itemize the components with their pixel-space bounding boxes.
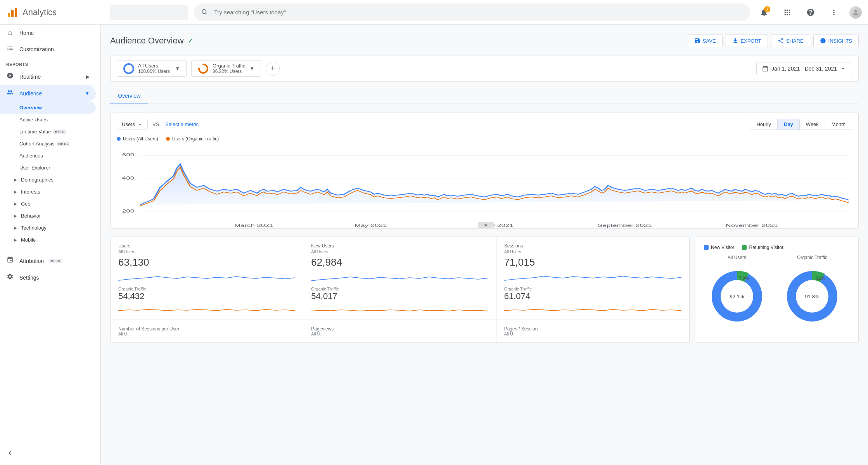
sidebar-sub-overview[interactable]: Overview <box>0 102 96 114</box>
search-icon <box>201 8 208 16</box>
sidebar-technology-label: Technology <box>21 225 47 231</box>
week-button[interactable]: Week <box>800 119 825 130</box>
page-actions: SAVE EXPORT SHARE INSIGHTS <box>688 34 859 47</box>
pie-organic: Organic Traffic 8.2% 91.8% <box>779 255 845 329</box>
all-users-pct: 100.00% Users <box>138 69 170 74</box>
segment-all-users[interactable]: All Users 100.00% Users ▼ <box>117 60 187 77</box>
legend-orange-label: Users (Organic Traffic) <box>172 136 219 142</box>
sidebar-item-attribution[interactable]: Attribution BETA <box>0 252 96 269</box>
month-button[interactable]: Month <box>825 119 852 130</box>
notifications-button[interactable]: 1 <box>756 5 772 20</box>
bottom-metrics-row: Number of Sessions per User All U... Pag… <box>110 320 690 343</box>
x-label-sept: September 2021 <box>598 223 652 228</box>
sidebar-sub-active-users[interactable]: Active Users <box>0 114 96 126</box>
tab-overview[interactable]: Overview <box>110 88 148 104</box>
chart-controls: Users VS. Select a metric Hourly Day Wee… <box>117 119 852 130</box>
metric-dropdown-button[interactable]: Users <box>117 119 148 130</box>
header-actions: 1 <box>756 5 862 20</box>
collapse-button[interactable] <box>6 449 14 459</box>
search-input[interactable] <box>194 3 750 21</box>
legend-blue-item: Users (All Users) <box>117 136 158 142</box>
sidebar-sub-technology[interactable]: Technology <box>0 222 96 234</box>
sidebar-sub-demographics[interactable]: Demographics <box>0 174 96 186</box>
share-label: SHARE <box>786 38 804 44</box>
search-bar[interactable] <box>194 3 750 21</box>
header-logo: Analytics <box>6 6 107 19</box>
property-selector[interactable] <box>110 5 188 20</box>
primary-metrics-row: Users All Users 63,130 Organic Traffic 5… <box>110 237 690 320</box>
sidebar-settings-label: Settings <box>19 275 39 281</box>
sidebar-item-settings[interactable]: Settings <box>0 269 96 286</box>
save-button[interactable]: SAVE <box>688 34 723 47</box>
metric-card-new-users: New Users All Users 62,984 Organic Traff… <box>303 237 496 320</box>
pie-organic-new-pct: 91.8% <box>805 294 820 299</box>
sidebar-sub-cohort-analysis[interactable]: Cohort Analysis BETA <box>0 138 96 150</box>
organic-ring-icon <box>198 63 209 74</box>
audience-icon <box>6 89 14 98</box>
sidebar-lifetime-value-label: Lifetime Value <box>19 129 51 135</box>
chart-expand-arrow: ▼ <box>483 223 489 227</box>
sidebar-sub-interests[interactable]: Interests <box>0 186 96 198</box>
new-users-sublabel: All Users <box>311 249 488 254</box>
date-range-picker[interactable]: Jan 1, 2021 - Dec 31, 2021 <box>756 62 852 75</box>
returning-visitor-label: Returning Visitor <box>749 245 783 250</box>
audience-expand-icon: ▼ <box>85 91 90 96</box>
legend-orange-item: Users (Organic Traffic) <box>166 136 219 142</box>
page-title: Audience Overview <box>110 36 184 46</box>
sidebar-sub-behavior[interactable]: Behavior <box>0 210 96 222</box>
segments-container: All Users 100.00% Users ▼ Organic Traffi… <box>110 55 859 82</box>
sidebar-customization-label: Customization <box>19 46 54 52</box>
avatar[interactable] <box>849 6 862 19</box>
all-users-ring <box>123 63 134 74</box>
sidebar-audience-label: Audience <box>19 90 42 97</box>
export-button[interactable]: EXPORT <box>726 34 768 47</box>
insights-label: INSIGHTS <box>828 38 852 44</box>
segment-organic[interactable]: Organic Traffic 86.22% Users ▼ <box>191 60 261 77</box>
users-organic-sparkline <box>118 303 295 312</box>
new-users-label: New Users <box>311 243 488 249</box>
sidebar-item-customization[interactable]: Customization <box>0 41 96 57</box>
sidebar-behavior-label: Behavior <box>21 213 41 219</box>
share-button[interactable]: SHARE <box>771 34 810 47</box>
customization-icon <box>6 45 14 54</box>
users-sparkline <box>118 271 295 282</box>
save-label: SAVE <box>703 38 716 44</box>
sidebar-sub-mobile[interactable]: Mobile <box>0 234 96 246</box>
lifetime-beta-badge: BETA <box>53 130 66 134</box>
sidebar-cohort-label: Cohort Analysis <box>19 141 54 147</box>
pages-per-session-label: Pages / Session <box>504 326 681 332</box>
sidebar-bottom: Attribution BETA Settings <box>0 249 100 286</box>
hourly-button[interactable]: Hourly <box>750 119 778 130</box>
attribution-icon <box>6 256 14 265</box>
sidebar-sub-geo[interactable]: Geo <box>0 198 96 210</box>
calendar-icon <box>762 66 768 72</box>
help-button[interactable] <box>803 5 818 20</box>
users-value: 63,130 <box>118 256 295 268</box>
sidebar-sub-lifetime-value[interactable]: Lifetime Value BETA <box>0 126 96 138</box>
day-button[interactable]: Day <box>778 119 800 130</box>
more-options-button[interactable] <box>826 5 842 20</box>
insights-button[interactable]: INSIGHTS <box>813 34 859 47</box>
new-users-organic-label: Organic Traffic <box>311 287 488 291</box>
top-header: Analytics 1 <box>0 0 868 25</box>
sidebar-sub-user-explorer[interactable]: User Explorer <box>0 162 96 174</box>
apps-button[interactable] <box>780 5 795 20</box>
legend-blue-dot <box>117 137 121 141</box>
metric-chevron-icon <box>137 122 143 127</box>
sidebar-item-audience[interactable]: Audience ▼ <box>0 85 96 102</box>
sessions-label: Sessions <box>504 243 681 249</box>
new-users-value: 62,984 <box>311 256 488 268</box>
metrics-and-pie-section: Users All Users 63,130 Organic Traffic 5… <box>110 237 859 343</box>
svg-rect-2 <box>15 8 17 17</box>
new-visitor-label: New Visitor <box>711 245 734 250</box>
select-metric-link[interactable]: Select a metric <box>165 121 199 127</box>
realtime-expand-icon: ▶ <box>86 74 90 80</box>
sidebar-sub-audiences[interactable]: Audiences <box>0 150 96 162</box>
y-label-400: 400 <box>122 176 135 180</box>
y-label-600: 600 <box>122 152 135 157</box>
add-segment-button[interactable]: + <box>266 62 280 76</box>
sidebar-item-realtime[interactable]: Realtime ▶ <box>0 68 96 85</box>
sidebar-item-home[interactable]: ⌂ Home <box>0 25 96 41</box>
bottom-metric-pageviews: Pageviews All U... <box>303 320 496 342</box>
realtime-icon <box>6 72 14 81</box>
